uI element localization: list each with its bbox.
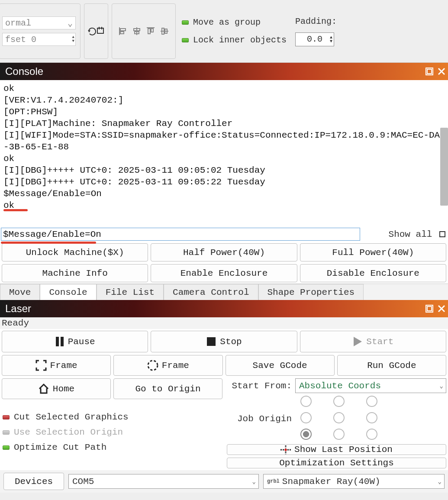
chevron-down-icon: ⌄ — [438, 478, 442, 485]
padding-block: Padding: 0.0 ▲▼ — [291, 0, 341, 62]
align-center-h-icon[interactable] — [132, 26, 142, 36]
align-group — [112, 3, 176, 59]
mode-value: ormal — [5, 18, 31, 28]
start-button[interactable]: Start — [300, 331, 446, 352]
svg-rect-21 — [427, 306, 432, 311]
start-from-select[interactable]: Absolute Coords ⌄ — [295, 378, 446, 393]
chevron-down-icon: ⌄ — [252, 478, 256, 485]
svg-rect-17 — [427, 69, 432, 74]
console-buttons-row-2: Machine Info Enable Enclosure Disable En… — [0, 263, 448, 284]
crosshair-icon — [280, 445, 291, 454]
dock-icon[interactable] — [425, 68, 433, 75]
origin-top-left[interactable] — [300, 396, 312, 407]
svg-rect-1 — [97, 28, 103, 33]
dock-icon[interactable] — [425, 305, 433, 313]
led-on-icon — [182, 20, 189, 25]
half-power-button[interactable]: Half Power(40W) — [151, 243, 297, 261]
move-as-group-label: Move as group — [193, 17, 261, 27]
spinner-arrows-icon[interactable]: ▲▼ — [330, 35, 332, 43]
unlock-machine-button[interactable]: Unlock Machine($X) — [2, 243, 148, 261]
full-power-button[interactable]: Full Power(40W) — [300, 243, 446, 261]
frame-circle-icon — [147, 360, 158, 371]
tab-move[interactable]: Move — [0, 284, 40, 300]
offset-spinner[interactable]: fset 0 ▲▼ — [2, 33, 76, 46]
top-toolbar: ormal ⌄ fset 0 ▲▼ Move as group — [0, 0, 448, 63]
origin-mid-left[interactable] — [300, 412, 312, 423]
pause-button[interactable]: Pause — [2, 331, 148, 352]
padding-value: 0.0 — [307, 34, 322, 44]
machine-select[interactable]: grbl Snapmaker Ray(40W) ⌄ — [263, 474, 445, 489]
align-center-v-icon[interactable] — [160, 26, 169, 36]
job-origin-grid — [300, 396, 382, 442]
led-on-icon — [182, 38, 189, 42]
show-last-position-button[interactable]: Show Last Position — [227, 444, 446, 455]
stop-icon — [206, 336, 216, 347]
mode-select[interactable]: ormal ⌄ — [2, 16, 76, 29]
svg-rect-11 — [148, 29, 150, 34]
padding-label: Padding: — [295, 16, 337, 26]
enable-enclosure-button[interactable]: Enable Enclosure — [151, 264, 297, 282]
origin-bottom-center[interactable] — [333, 429, 345, 440]
laser-body: Pause Stop Start Frame Frame Save GCode … — [0, 329, 448, 470]
svg-point-28 — [148, 361, 158, 370]
tab-console[interactable]: Console — [40, 284, 96, 300]
console-title-text: Console — [5, 65, 43, 77]
chevron-down-icon: ⌄ — [440, 382, 443, 390]
frame-square-button[interactable]: Frame — [2, 355, 111, 376]
show-all-toggle[interactable]: Show all — [389, 229, 445, 239]
home-button[interactable]: Home — [2, 378, 111, 399]
machine-info-button[interactable]: Machine Info — [2, 264, 148, 282]
tab-file-list[interactable]: File List — [97, 284, 164, 300]
refresh-group — [84, 3, 108, 59]
close-icon[interactable] — [438, 68, 445, 75]
laser-title-text: Laser — [5, 303, 31, 315]
svg-rect-24 — [56, 337, 59, 346]
align-icons — [118, 26, 169, 36]
run-gcode-button[interactable]: Run GCode — [337, 355, 446, 376]
save-gcode-button[interactable]: Save GCode — [226, 355, 335, 376]
origin-bottom-right[interactable] — [366, 429, 377, 440]
optimization-settings-button[interactable]: Optimization Settings — [227, 458, 446, 468]
laser-panel-title: Laser — [0, 300, 448, 317]
console-input[interactable] — [1, 228, 360, 241]
origin-bottom-left[interactable] — [300, 429, 312, 440]
padding-input[interactable]: 0.0 ▲▼ — [295, 32, 334, 46]
close-icon[interactable] — [438, 305, 445, 313]
lock-inner-toggle[interactable]: Lock inner objects — [182, 35, 287, 45]
optimize-cut-path-toggle[interactable]: Optimize Cut Path — [2, 440, 222, 455]
annotation-mark — [1, 242, 96, 244]
cut-selected-toggle[interactable]: Cut Selected Graphics — [2, 410, 222, 425]
led-off-icon — [3, 415, 10, 419]
port-select[interactable]: COM5 ⌄ — [68, 474, 259, 489]
devices-button[interactable]: Devices — [3, 473, 64, 490]
go-to-origin-button[interactable]: Go to Origin — [113, 378, 222, 399]
align-left-icon[interactable] — [118, 26, 128, 36]
svg-marker-27 — [354, 337, 362, 346]
tab-shape-properties[interactable]: Shape Properties — [258, 284, 364, 300]
annotation-mark — [3, 209, 28, 211]
panel-tabs: Move Console File List Camera Control Sh… — [0, 284, 448, 300]
origin-mid-center[interactable] — [333, 412, 345, 423]
disable-enclosure-button[interactable]: Disable Enclosure — [300, 264, 446, 282]
move-as-group-toggle[interactable]: Move as group — [182, 17, 287, 27]
console-buttons-row-1: Unlock Machine($X) Half Power(40W) Full … — [0, 242, 448, 263]
use-selection-origin-toggle: Use Selection Origin — [2, 425, 222, 440]
spinner-arrows-icon[interactable]: ▲▼ — [72, 35, 74, 43]
svg-rect-26 — [207, 337, 216, 346]
origin-mid-right[interactable] — [366, 412, 377, 423]
tab-camera-control[interactable]: Camera Control — [164, 284, 258, 300]
align-top-icon[interactable] — [146, 26, 155, 36]
laser-status: Ready — [0, 317, 448, 329]
origin-top-center[interactable] — [333, 396, 345, 407]
stop-button[interactable]: Stop — [151, 331, 297, 352]
scrollbar-thumb[interactable] — [440, 128, 448, 206]
lock-inner-label: Lock inner objects — [193, 35, 287, 45]
job-origin-label: Job Origin — [227, 414, 292, 424]
refresh-print-icon[interactable] — [87, 26, 105, 37]
origin-top-right[interactable] — [366, 396, 377, 407]
led-on-icon — [3, 445, 10, 450]
frame-circle-button[interactable]: Frame — [113, 355, 222, 376]
grouping-options: Move as group Lock inner objects — [177, 0, 291, 62]
bottom-bar: Devices COM5 ⌄ grbl Snapmaker Ray(40W) ⌄ — [0, 470, 448, 493]
console-output: ok [VER:V1.7.4.20240702:] [OPT:PHSW] [I]… — [0, 80, 448, 226]
